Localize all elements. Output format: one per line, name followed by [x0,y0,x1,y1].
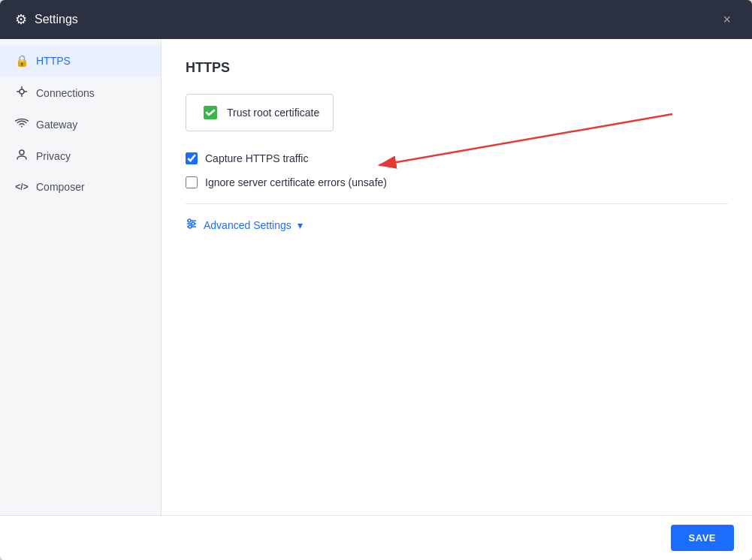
sidebar-item-https[interactable]: 🔒 HTTPS [0,45,161,77]
divider [186,203,728,204]
title-bar: ⚙ Settings × [0,0,752,39]
sidebar-label-gateway: Gateway [36,119,77,131]
lock-icon: 🔒 [15,54,29,68]
ignore-errors-row: Ignore server certificate errors (unsafe… [186,170,728,194]
svg-point-12 [189,225,192,228]
svg-point-11 [192,222,195,225]
svg-point-10 [188,219,191,222]
capture-https-row: Capture HTTPS traffic [186,146,728,170]
dialog-title: Settings [35,13,78,26]
cert-icon [200,102,221,123]
sidebar-item-composer[interactable]: </> Composer [0,172,161,202]
settings-dialog: ⚙ Settings × 🔒 HTTPS [0,0,752,560]
title-bar-left: ⚙ Settings [15,11,78,28]
ignore-errors-label[interactable]: Ignore server certificate errors (unsafe… [205,176,387,188]
trust-cert-button[interactable]: Trust root certificate [186,94,334,131]
person-icon [15,149,29,163]
save-button[interactable]: SAVE [671,525,734,551]
sidebar-label-https: HTTPS [36,55,71,67]
capture-https-label[interactable]: Capture HTTPS traffic [205,152,308,164]
svg-point-0 [20,89,24,94]
plug-icon [15,86,29,100]
capture-https-checkbox[interactable] [186,152,198,164]
sidebar-item-privacy[interactable]: Privacy [0,140,161,172]
wifi-icon [15,118,29,131]
page-title: HTTPS [186,60,728,76]
sidebar: 🔒 HTTPS Connections [0,39,162,515]
svg-point-5 [20,150,24,155]
advanced-settings-toggle[interactable]: Advanced Settings ▾ [186,213,728,236]
advanced-settings-label: Advanced Settings [204,219,291,231]
sidebar-label-connections: Connections [36,87,95,99]
ignore-errors-checkbox[interactable] [186,176,198,188]
sidebar-item-connections[interactable]: Connections [0,77,161,109]
sliders-icon [186,218,198,232]
sidebar-label-composer: Composer [36,181,85,193]
close-button[interactable]: × [717,10,737,29]
dialog-footer: SAVE [0,515,752,560]
sidebar-item-gateway[interactable]: Gateway [0,109,161,140]
sidebar-label-privacy: Privacy [36,150,71,162]
settings-icon: ⚙ [15,11,27,28]
main-content: HTTPS Trust root certificate Capture HTT… [162,39,752,515]
code-icon: </> [15,182,29,192]
trust-cert-label: Trust root certificate [227,107,319,119]
chevron-down-icon: ▾ [297,219,303,231]
dialog-body: 🔒 HTTPS Connections [0,39,752,515]
